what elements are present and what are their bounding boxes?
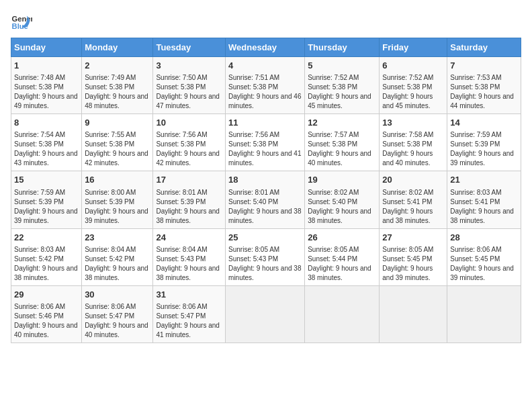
day-number: 18 [228,174,302,186]
calendar-cell: 7 Sunrise: 7:53 AMSunset: 5:38 PMDayligh… [447,57,521,114]
calendar-cell [380,285,447,342]
cell-content: Sunrise: 7:52 AMSunset: 5:38 PMDaylight:… [382,73,444,111]
calendar-cell: 3 Sunrise: 7:50 AMSunset: 5:38 PMDayligh… [153,57,226,114]
cell-content: Sunrise: 8:06 AMSunset: 5:47 PMDaylight:… [85,302,150,340]
svg-text:Blue: Blue [12,22,28,30]
calendar-cell: 2 Sunrise: 7:49 AMSunset: 5:38 PMDayligh… [82,57,153,114]
week-row-3: 15 Sunrise: 7:59 AMSunset: 5:39 PMDaylig… [11,171,521,228]
calendar-cell: 25 Sunrise: 8:05 AMSunset: 5:43 PMDaylig… [226,228,305,285]
col-header-monday: Monday [82,38,153,57]
calendar-cell: 19 Sunrise: 8:02 AMSunset: 5:40 PMDaylig… [305,171,380,228]
cell-content: Sunrise: 7:52 AMSunset: 5:38 PMDaylight:… [308,73,376,111]
cell-content: Sunrise: 8:03 AMSunset: 5:41 PMDaylight:… [450,188,518,226]
cell-content: Sunrise: 7:58 AMSunset: 5:38 PMDaylight:… [382,130,444,168]
calendar-cell: 29 Sunrise: 8:06 AMSunset: 5:46 PMDaylig… [11,285,82,342]
col-header-tuesday: Tuesday [153,38,226,57]
day-number: 29 [14,289,79,301]
day-number: 9 [85,117,150,129]
calendar-cell: 15 Sunrise: 7:59 AMSunset: 5:39 PMDaylig… [11,171,82,228]
calendar-cell: 18 Sunrise: 8:01 AMSunset: 5:40 PMDaylig… [226,171,305,228]
cell-content: Sunrise: 8:00 AMSunset: 5:39 PMDaylight:… [85,188,150,226]
day-number: 22 [14,232,79,244]
calendar-cell: 27 Sunrise: 8:05 AMSunset: 5:45 PMDaylig… [380,228,447,285]
day-number: 15 [14,174,79,186]
day-number: 10 [156,117,222,129]
day-number: 19 [308,174,376,186]
day-number: 30 [85,289,150,301]
week-row-2: 8 Sunrise: 7:54 AMSunset: 5:38 PMDayligh… [11,114,521,171]
day-number: 21 [450,174,518,186]
calendar-cell: 22 Sunrise: 8:03 AMSunset: 5:42 PMDaylig… [11,228,82,285]
calendar-table: SundayMondayTuesdayWednesdayThursdayFrid… [11,38,521,343]
calendar-cell: 20 Sunrise: 8:02 AMSunset: 5:41 PMDaylig… [380,171,447,228]
col-header-wednesday: Wednesday [226,38,305,57]
day-number: 5 [308,60,376,72]
calendar-cell [226,285,305,342]
week-row-5: 29 Sunrise: 8:06 AMSunset: 5:46 PMDaylig… [11,285,521,342]
cell-content: Sunrise: 7:50 AMSunset: 5:38 PMDaylight:… [156,73,222,111]
day-number: 28 [450,232,518,244]
cell-content: Sunrise: 7:56 AMSunset: 5:38 PMDaylight:… [228,130,302,168]
col-header-thursday: Thursday [305,38,380,57]
day-number: 3 [156,60,222,72]
day-number: 16 [85,174,150,186]
day-number: 7 [450,60,518,72]
cell-content: Sunrise: 8:03 AMSunset: 5:42 PMDaylight:… [14,245,79,283]
cell-content: Sunrise: 7:59 AMSunset: 5:39 PMDaylight:… [450,130,518,168]
week-row-4: 22 Sunrise: 8:03 AMSunset: 5:42 PMDaylig… [11,228,521,285]
calendar-cell: 10 Sunrise: 7:56 AMSunset: 5:38 PMDaylig… [153,114,226,171]
calendar-cell: 31 Sunrise: 8:06 AMSunset: 5:47 PMDaylig… [153,285,226,342]
day-number: 20 [382,174,444,186]
calendar-cell [305,285,380,342]
cell-content: Sunrise: 7:53 AMSunset: 5:38 PMDaylight:… [450,73,518,111]
day-number: 12 [308,117,376,129]
calendar-cell: 4 Sunrise: 7:51 AMSunset: 5:38 PMDayligh… [226,57,305,114]
day-number: 31 [156,289,222,301]
cell-content: Sunrise: 8:01 AMSunset: 5:40 PMDaylight:… [228,188,302,226]
cell-content: Sunrise: 7:55 AMSunset: 5:38 PMDaylight:… [85,130,150,168]
day-number: 25 [228,232,302,244]
calendar-cell: 9 Sunrise: 7:55 AMSunset: 5:38 PMDayligh… [82,114,153,171]
day-number: 24 [156,232,222,244]
day-number: 4 [228,60,302,72]
calendar-cell: 14 Sunrise: 7:59 AMSunset: 5:39 PMDaylig… [447,114,521,171]
page-header: General Blue [11,11,521,32]
cell-content: Sunrise: 8:06 AMSunset: 5:45 PMDaylight:… [450,245,518,283]
calendar-cell: 26 Sunrise: 8:05 AMSunset: 5:44 PMDaylig… [305,228,380,285]
cell-content: Sunrise: 7:59 AMSunset: 5:39 PMDaylight:… [14,188,79,226]
calendar-cell: 24 Sunrise: 8:04 AMSunset: 5:43 PMDaylig… [153,228,226,285]
cell-content: Sunrise: 8:01 AMSunset: 5:39 PMDaylight:… [156,188,222,226]
cell-content: Sunrise: 7:57 AMSunset: 5:38 PMDaylight:… [308,130,376,168]
cell-content: Sunrise: 7:48 AMSunset: 5:38 PMDaylight:… [14,73,79,111]
calendar-cell: 28 Sunrise: 8:06 AMSunset: 5:45 PMDaylig… [447,228,521,285]
week-row-1: 1 Sunrise: 7:48 AMSunset: 5:38 PMDayligh… [11,57,521,114]
calendar-cell: 17 Sunrise: 8:01 AMSunset: 5:39 PMDaylig… [153,171,226,228]
calendar-cell: 30 Sunrise: 8:06 AMSunset: 5:47 PMDaylig… [82,285,153,342]
day-number: 8 [14,117,79,129]
day-number: 13 [382,117,444,129]
col-header-saturday: Saturday [447,38,521,57]
calendar-cell: 12 Sunrise: 7:57 AMSunset: 5:38 PMDaylig… [305,114,380,171]
calendar-cell: 21 Sunrise: 8:03 AMSunset: 5:41 PMDaylig… [447,171,521,228]
cell-content: Sunrise: 8:05 AMSunset: 5:44 PMDaylight:… [308,245,376,283]
cell-content: Sunrise: 8:04 AMSunset: 5:42 PMDaylight:… [85,245,150,283]
cell-content: Sunrise: 8:05 AMSunset: 5:45 PMDaylight:… [382,245,444,283]
calendar-cell: 23 Sunrise: 8:04 AMSunset: 5:42 PMDaylig… [82,228,153,285]
calendar-cell: 11 Sunrise: 7:56 AMSunset: 5:38 PMDaylig… [226,114,305,171]
day-number: 23 [85,232,150,244]
cell-content: Sunrise: 8:06 AMSunset: 5:46 PMDaylight:… [14,302,79,340]
cell-content: Sunrise: 7:56 AMSunset: 5:38 PMDaylight:… [156,130,222,168]
cell-content: Sunrise: 8:02 AMSunset: 5:40 PMDaylight:… [308,188,376,226]
cell-content: Sunrise: 8:05 AMSunset: 5:43 PMDaylight:… [228,245,302,283]
cell-content: Sunrise: 7:49 AMSunset: 5:38 PMDaylight:… [85,73,150,111]
logo-icon: General Blue [11,11,32,32]
day-number: 6 [382,60,444,72]
day-number: 14 [450,117,518,129]
col-header-sunday: Sunday [11,38,82,57]
calendar-cell: 8 Sunrise: 7:54 AMSunset: 5:38 PMDayligh… [11,114,82,171]
day-number: 27 [382,232,444,244]
calendar-cell: 5 Sunrise: 7:52 AMSunset: 5:38 PMDayligh… [305,57,380,114]
logo: General Blue [11,11,35,32]
cell-content: Sunrise: 8:02 AMSunset: 5:41 PMDaylight:… [382,188,444,226]
day-number: 1 [14,60,79,72]
